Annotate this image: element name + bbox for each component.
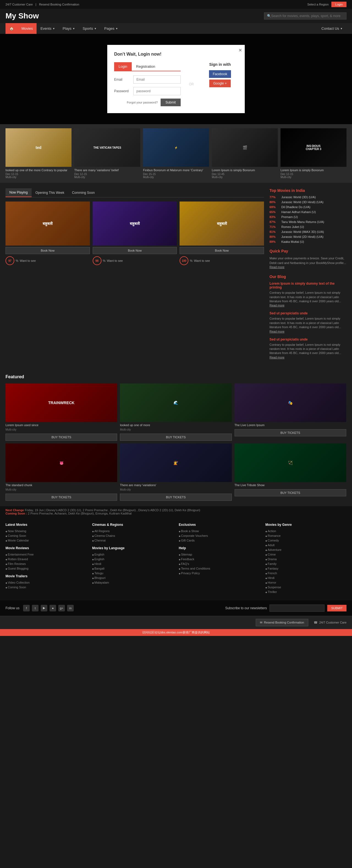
tab-now-playing[interactable]: Now Playing: [5, 188, 32, 197]
footer-reviews-1[interactable]: Rotten Etraved: [5, 557, 86, 561]
footer-reviews-3[interactable]: Guest Blogging: [5, 567, 86, 570]
footer-genre-7[interactable]: Family: [266, 562, 347, 565]
movie-card-0[interactable]: ted looked up one of the more Contrary t…: [5, 128, 71, 179]
tab-coming-soon[interactable]: Comming Soon: [68, 188, 99, 197]
nav-plays[interactable]: Plays ▼: [59, 23, 79, 34]
movie-card-4[interactable]: INS·DIOUSCHAPTER 3 Lorem Ipsum is simply…: [281, 128, 347, 179]
quick-pay-read-more[interactable]: Read more: [270, 266, 284, 269]
social-linkedin-icon[interactable]: in: [67, 605, 74, 612]
footer-cinemas-2[interactable]: Chennai: [92, 539, 173, 542]
newsletter-input[interactable]: [270, 604, 324, 612]
movie-card-1[interactable]: THE VATICAN TAPES There are many 'variat…: [74, 128, 140, 179]
resend-booking-top[interactable]: Resend Booking Confirmation: [39, 3, 79, 6]
footer-lang-4[interactable]: Telugu: [92, 571, 173, 575]
footer-cinemas-1[interactable]: Cinema Chains: [92, 534, 173, 537]
social-gplus-icon[interactable]: g+: [58, 605, 65, 612]
buy-btn-r2-1[interactable]: BUY TICKETS: [120, 494, 232, 501]
footer-help-3[interactable]: Terms and Conditions: [179, 567, 260, 570]
social-facebook-icon[interactable]: f: [23, 605, 30, 612]
buy-btn-r1-1[interactable]: BUY TICKETS: [120, 434, 232, 441]
footer-cinemas-0[interactable]: All Regions: [92, 529, 173, 533]
nav-sports[interactable]: Sports ▼: [79, 23, 101, 34]
footer-genre-10[interactable]: Hindi: [266, 576, 347, 580]
footer-genre-0[interactable]: Action: [266, 529, 347, 533]
search-input[interactable]: [271, 14, 344, 18]
book-btn-0[interactable]: Book Now: [5, 247, 90, 254]
password-field[interactable]: [133, 87, 181, 95]
footer-excl-0[interactable]: Book a Show: [179, 529, 260, 533]
footer-lang-6[interactable]: Malayalam: [92, 581, 173, 584]
footer-latest-1[interactable]: Coming Soon: [5, 534, 86, 537]
movie-card-3[interactable]: 🎬 Lorem Ipsum is simply Bonorum Dec 12-4…: [212, 128, 278, 179]
modal-close-button[interactable]: ✕: [239, 48, 242, 53]
social-google-icon[interactable]: ●: [49, 605, 56, 612]
footer-genre-8[interactable]: Fantasy: [266, 567, 347, 570]
nav-home[interactable]: 🏠: [5, 23, 17, 34]
nav-pages[interactable]: Pages ▼: [100, 23, 122, 34]
footer-lang-1[interactable]: English: [92, 557, 173, 561]
facebook-button[interactable]: Facebook: [209, 70, 231, 78]
blog-read-more-0[interactable]: Read more: [270, 304, 284, 307]
footer-lang-5[interactable]: Bhojpuri: [92, 576, 173, 580]
playing-card-2[interactable]: बाहुबली Book Now 100 % Want to see: [180, 202, 264, 266]
playing-card-1[interactable]: बाहुबली Book Now 98 % Want to see: [93, 202, 177, 266]
site-logo[interactable]: My Show: [5, 11, 39, 20]
resend-booking-button[interactable]: ✉ Resend Booking Confirmation: [256, 619, 308, 626]
footer-help-2[interactable]: FAQ's: [179, 562, 260, 565]
social-youtube-icon[interactable]: ▶: [41, 605, 47, 612]
footer-lang-3[interactable]: Bangali: [92, 567, 173, 570]
footer-genre-1[interactable]: Romance: [266, 534, 347, 537]
movie-card-2[interactable]: ⚡ Finibus Bonorum et Malorum more 'Contr…: [143, 128, 209, 179]
footer-genre-4[interactable]: Adventure: [266, 548, 347, 551]
featured-card-r1-0[interactable]: TRAINWRECK Lorem Ipsum used since Multi-…: [5, 383, 117, 441]
footer-lang-2[interactable]: Hindi: [92, 562, 173, 565]
buy-btn-r2-0[interactable]: BUY TICKETS: [5, 494, 117, 501]
footer-genre-3[interactable]: Adult: [266, 544, 347, 547]
footer-genre-11[interactable]: Horror: [266, 581, 347, 584]
footer-trailers-1[interactable]: Coming Soon: [5, 586, 86, 589]
footer-reviews-2[interactable]: Film Reviews: [5, 562, 86, 565]
footer-lang-0[interactable]: English: [92, 553, 173, 556]
tab-opening[interactable]: Opening This Week: [32, 188, 68, 197]
buy-btn-r2-2[interactable]: BUY TICKETS: [235, 489, 346, 496]
book-btn-2[interactable]: Book Now: [180, 247, 264, 254]
nav-contact[interactable]: Contact Us ▼: [318, 23, 347, 34]
footer-excl-1[interactable]: Corporate Vouchers: [179, 534, 260, 537]
footer-help-1[interactable]: Feedback: [179, 557, 260, 561]
footer-latest-0[interactable]: Now Showing: [5, 529, 86, 533]
featured-card-r2-0[interactable]: 👅 The standard chunk Multi-city BUY TICK…: [5, 443, 117, 501]
select-region[interactable]: Select a Region: [307, 3, 329, 6]
footer-genre-12[interactable]: Suspense: [266, 586, 347, 589]
footer-genre-13[interactable]: Thriller: [266, 590, 347, 593]
tab-registration[interactable]: Registration: [132, 62, 160, 71]
footer-genre-6[interactable]: Drama: [266, 557, 347, 561]
footer-latest-2[interactable]: Movie Calendar: [5, 539, 86, 542]
newsletter-submit-btn[interactable]: SUBMIT: [327, 605, 347, 612]
footer-reviews-0[interactable]: Entertainment Free: [5, 553, 86, 556]
featured-card-r2-2[interactable]: 🏹 The Live Tribute Show BUY TICKETS: [235, 443, 346, 501]
submit-button[interactable]: Submit: [161, 98, 181, 106]
featured-card-r2-1[interactable]: 💇 There are many 'variations' Multi-city…: [120, 443, 232, 501]
featured-card-r1-2[interactable]: 🎭 The Live Lorem Ipsum BUY TICKETS: [235, 383, 346, 441]
google-plus-button[interactable]: Google +: [209, 80, 231, 87]
footer-help-0[interactable]: Sitemap: [179, 553, 260, 556]
nav-events[interactable]: Events ▼: [37, 23, 59, 34]
social-twitter-icon[interactable]: t: [32, 605, 38, 612]
book-btn-1[interactable]: Book Now: [93, 247, 177, 254]
blog-read-more-2[interactable]: Read more: [270, 356, 284, 359]
forgot-password-link[interactable]: Forgot your password?: [127, 101, 158, 104]
tab-login[interactable]: Login: [114, 62, 132, 71]
buy-btn-r1-2[interactable]: BUY TICKETS: [235, 429, 346, 436]
footer-trailers-0[interactable]: Video Collection: [5, 581, 86, 584]
playing-card-0[interactable]: बाहुबली Book Now 97 % Want to see: [5, 202, 90, 266]
footer-help-4[interactable]: Privacy Policy: [179, 571, 260, 575]
footer-excl-2[interactable]: Gift Cards: [179, 539, 260, 542]
blog-read-more-1[interactable]: Read more: [270, 330, 284, 333]
featured-card-r1-1[interactable]: 🌊 looked up one of more Multi-city BUY T…: [120, 383, 232, 441]
footer-genre-2[interactable]: Comedy: [266, 539, 347, 542]
login-button-top[interactable]: Login: [331, 2, 347, 7]
buy-btn-r1-0[interactable]: BUY TICKETS: [5, 434, 117, 441]
nav-movies[interactable]: Movies: [17, 23, 37, 34]
footer-genre-5[interactable]: Crime: [266, 553, 347, 556]
email-field[interactable]: [133, 75, 181, 84]
